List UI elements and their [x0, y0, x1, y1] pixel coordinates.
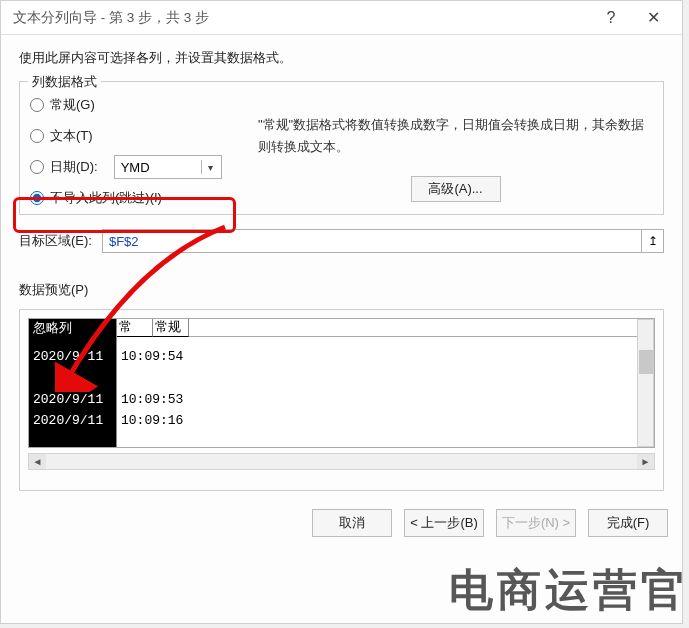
preview-table[interactable]: 忽略列 常 常规 2020/9/11 2020/9/11 2020/9/11 1…	[28, 318, 655, 448]
preview-cell: 10:09:54	[117, 347, 654, 368]
radio-date[interactable]: 日期(D): YMD ▾	[30, 156, 242, 178]
scroll-right-icon[interactable]: ►	[637, 454, 654, 469]
preview-header: 忽略列 常 常规	[29, 319, 654, 337]
preview-cell: 2020/9/11	[29, 390, 116, 411]
preview-cell: 2020/9/11	[29, 347, 116, 368]
preview-vertical-scrollbar[interactable]	[637, 319, 654, 447]
dialog-body: 使用此屏内容可选择各列，并设置其数据格式。 列数据格式 常规(G) 文本(T) …	[1, 35, 682, 499]
radio-skip[interactable]: 不导入此列(跳过)(I)	[30, 187, 242, 209]
text-to-columns-dialog: 文本分列向导 - 第 3 步，共 3 步 ? ✕ 使用此屏内容可选择各列，并设置…	[0, 0, 683, 624]
radio-date-input[interactable]	[30, 160, 44, 174]
radio-text[interactable]: 文本(T)	[30, 125, 242, 147]
next-button: 下一步(N) >	[496, 509, 576, 537]
scroll-left-icon[interactable]: ◄	[29, 454, 46, 469]
button-row: 取消 < 上一步(B) 下一步(N) > 完成(F)	[1, 499, 682, 551]
scrollbar-thumb[interactable]	[639, 350, 653, 374]
destination-row: 目标区域(E): ↥	[19, 229, 664, 253]
preview-col1-body: 2020/9/11 2020/9/11 2020/9/11	[29, 337, 117, 447]
radio-text-label: 文本(T)	[50, 127, 93, 145]
radio-text-input[interactable]	[30, 129, 44, 143]
format-desc-text: "常规"数据格式将数值转换成数字，日期值会转换成日期，其余数据则转换成文本。	[258, 114, 653, 158]
column-format-group: 列数据格式 常规(G) 文本(T) 日期(D): YM	[19, 81, 664, 215]
preview-cell: 2020/9/11	[29, 411, 116, 432]
radio-general-input[interactable]	[30, 98, 44, 112]
format-radio-stack: 常规(G) 文本(T) 日期(D): YMD ▾	[30, 90, 242, 209]
instruction-text: 使用此屏内容可选择各列，并设置其数据格式。	[19, 49, 664, 67]
close-icon[interactable]: ✕	[632, 3, 674, 33]
preview-col3-head[interactable]: 常规	[153, 319, 189, 337]
chevron-down-icon: ▾	[201, 160, 215, 174]
destination-label: 目标区域(E):	[19, 232, 92, 250]
date-format-value: YMD	[121, 160, 150, 175]
format-description: "常规"数据格式将数值转换成数字，日期值会转换成日期，其余数据则转换成文本。 高…	[258, 90, 653, 202]
help-icon[interactable]: ?	[590, 3, 632, 33]
radio-skip-label: 不导入此列(跳过)(I)	[50, 189, 162, 207]
preview-col1-head[interactable]: 忽略列	[29, 319, 117, 337]
preview-label: 数据预览(P)	[19, 281, 664, 299]
preview-col2-body: 10:09:54 10:09:53 10:09:16	[117, 337, 654, 447]
destination-input[interactable]	[103, 230, 641, 252]
back-button[interactable]: < 上一步(B)	[404, 509, 484, 537]
radio-skip-input[interactable]	[30, 191, 44, 205]
advanced-button[interactable]: 高级(A)...	[411, 176, 501, 202]
cancel-button[interactable]: 取消	[312, 509, 392, 537]
radio-general[interactable]: 常规(G)	[30, 94, 242, 116]
radio-general-label: 常规(G)	[50, 96, 95, 114]
destination-input-wrap: ↥	[102, 229, 664, 253]
date-format-select[interactable]: YMD ▾	[114, 155, 222, 179]
preview-col2-head[interactable]: 常	[117, 319, 153, 337]
titlebar: 文本分列向导 - 第 3 步，共 3 步 ? ✕	[1, 1, 682, 35]
dialog-title: 文本分列向导 - 第 3 步，共 3 步	[13, 9, 209, 27]
preview-box: 忽略列 常 常规 2020/9/11 2020/9/11 2020/9/11 1…	[19, 309, 664, 491]
preview-cell: 10:09:53	[117, 390, 654, 411]
preview-cell: 10:09:16	[117, 411, 654, 432]
range-picker-icon[interactable]: ↥	[641, 230, 663, 252]
preview-horizontal-scrollbar[interactable]: ◄ ►	[28, 453, 655, 470]
preview-body: 2020/9/11 2020/9/11 2020/9/11 10:09:54 1…	[29, 337, 654, 447]
finish-button[interactable]: 完成(F)	[588, 509, 668, 537]
column-format-legend: 列数据格式	[28, 73, 101, 91]
radio-date-label: 日期(D):	[50, 158, 98, 176]
